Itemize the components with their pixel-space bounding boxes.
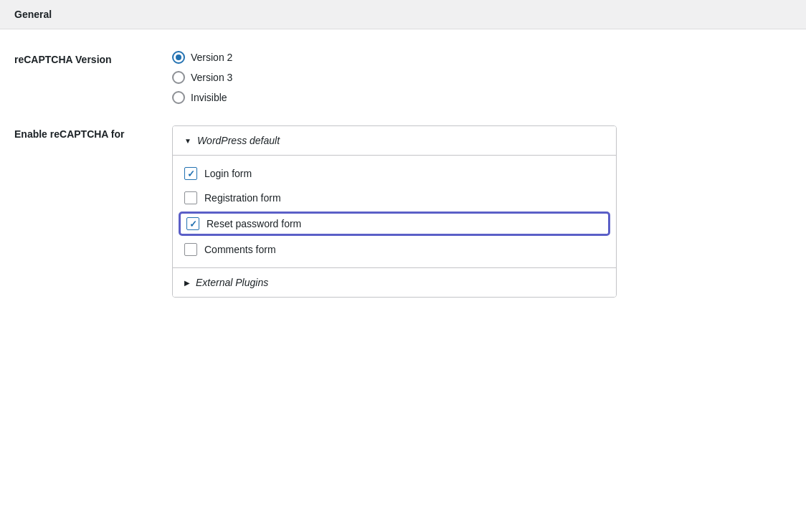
settings-content: reCAPTCHA Version Version 2 Version 3 xyxy=(0,29,806,341)
page-container: General reCAPTCHA Version Version 2 xyxy=(0,0,806,532)
radio-invisible-label: Invisible xyxy=(191,92,227,103)
checkbox-reset-password-label: Reset password form xyxy=(207,218,301,229)
highlight-reset-password-box: ✓ Reset password form xyxy=(179,212,610,236)
accordion-wp-default-header[interactable]: ▼ WordPress default xyxy=(173,126,616,156)
checkbox-row-registration: Registration form xyxy=(173,186,616,210)
accordion-right-arrow-icon: ▶ xyxy=(184,279,190,287)
radio-option-v3[interactable]: Version 3 xyxy=(172,71,660,84)
checkbox-row-login: ✓ Login form xyxy=(173,161,616,186)
enable-recaptcha-control: ▼ WordPress default ✓ Login form xyxy=(172,125,660,298)
radio-option-v2[interactable]: Version 2 xyxy=(172,51,660,64)
accordion-down-arrow-icon: ▼ xyxy=(184,137,191,145)
radio-group: Version 2 Version 3 Invisible xyxy=(172,51,660,104)
enable-recaptcha-label: Enable reCAPTCHA for xyxy=(14,125,172,140)
recaptcha-version-label: reCAPTCHA Version xyxy=(14,51,172,65)
checkbox-registration-label: Registration form xyxy=(204,192,281,204)
checkbox-reset-password[interactable]: ✓ xyxy=(186,217,199,230)
checkbox-registration[interactable] xyxy=(184,191,197,204)
enable-recaptcha-row: Enable reCAPTCHA for ▼ WordPress default… xyxy=(14,125,792,298)
checkbox-comments[interactable] xyxy=(184,243,197,256)
radio-v3-label: Version 3 xyxy=(191,72,232,83)
accordion-external-plugins-title: External Plugins xyxy=(196,277,268,288)
accordion-external-plugins-header[interactable]: ▶ External Plugins xyxy=(173,267,616,297)
accordion-wp-default-title: WordPress default xyxy=(197,135,280,146)
radio-option-invisible[interactable]: Invisible xyxy=(172,91,660,104)
checkmark-reset-password-icon: ✓ xyxy=(189,219,197,229)
recaptcha-version-control: Version 2 Version 3 Invisible xyxy=(172,51,660,104)
radio-v2-input xyxy=(172,51,185,64)
accordion-wp-default-body: ✓ Login form Registration form xyxy=(173,156,616,267)
section-title: General xyxy=(14,9,52,20)
radio-v2-label: Version 2 xyxy=(191,52,232,63)
checkbox-row-comments: Comments form xyxy=(173,237,616,262)
checkbox-comments-label: Comments form xyxy=(204,244,276,255)
recaptcha-version-row: reCAPTCHA Version Version 2 Version 3 xyxy=(14,51,792,104)
radio-v3-input xyxy=(172,71,185,84)
checkbox-login-label: Login form xyxy=(204,168,252,179)
checkmark-login-icon: ✓ xyxy=(187,169,195,179)
checkbox-login[interactable]: ✓ xyxy=(184,167,197,180)
radio-v2-inner xyxy=(176,54,181,60)
radio-invisible-input xyxy=(172,91,185,104)
accordion-container: ▼ WordPress default ✓ Login form xyxy=(172,125,617,298)
section-header: General xyxy=(0,0,806,29)
